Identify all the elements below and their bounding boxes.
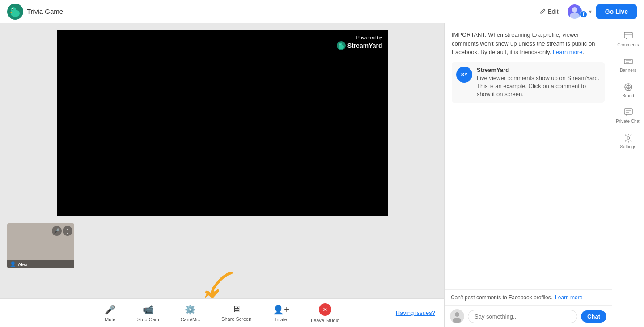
- warning-learn-more-link[interactable]: Learn more: [555, 294, 582, 301]
- microphone-icon: 🎤: [105, 304, 116, 315]
- screen-share-icon: 🖥: [232, 304, 241, 314]
- svg-point-7: [570, 13, 580, 19]
- participants-row: 🎤 ⋮ 👤 Alex: [0, 220, 444, 272]
- leave-icon: ✕: [319, 303, 331, 316]
- settings-label: Settings: [620, 144, 636, 150]
- banners-icon: [623, 57, 633, 67]
- svg-point-42: [455, 312, 459, 317]
- sidebar-item-banners[interactable]: Banners: [612, 53, 644, 77]
- sidebar-item-brand[interactable]: Brand: [612, 79, 644, 102]
- leave-studio-label: Leave Studio: [311, 318, 339, 323]
- stop-cam-label: Stop Cam: [137, 317, 159, 322]
- svg-point-6: [572, 7, 577, 13]
- sidebar-item-private-chat[interactable]: Private Chat: [612, 104, 644, 128]
- comment-content: StreamYard Live viewer comments show up …: [477, 67, 600, 99]
- cam-mic-label: Cam/Mic: [181, 317, 200, 322]
- notice-learn-more-link[interactable]: Learn more: [553, 49, 582, 55]
- participant-mic-icon[interactable]: 🎤: [52, 226, 62, 236]
- edit-label: Edit: [548, 8, 559, 15]
- chat-avatar: [450, 309, 464, 323]
- logo-icon: [7, 4, 23, 20]
- powered-by: Powered by StreamYard: [337, 35, 382, 50]
- comment-author: StreamYard: [477, 67, 600, 73]
- comments-icon: [623, 31, 633, 41]
- right-panel: IMPORTANT: When streaming to a profile, …: [444, 23, 612, 327]
- participant-name: 👤 Alex: [7, 260, 74, 268]
- share-screen-button[interactable]: 🖥 Share Screen: [211, 301, 262, 325]
- camera-icon: 📹: [143, 304, 154, 315]
- main-content: Powered by StreamYard: [0, 23, 644, 327]
- arrow-area: [0, 272, 444, 298]
- sidebar-item-settings[interactable]: Settings: [612, 130, 644, 153]
- private-chat-icon: [623, 108, 633, 117]
- go-live-button[interactable]: Go Live: [596, 4, 637, 19]
- example-comment[interactable]: SY StreamYard Live viewer comments show …: [452, 62, 605, 103]
- user-avatar: [568, 4, 582, 19]
- invite-button[interactable]: 👤+ Invite: [262, 301, 300, 326]
- video-canvas: Powered by StreamYard: [57, 30, 388, 216]
- chat-input-area: Chat: [445, 305, 612, 327]
- sidebar-item-comments[interactable]: Comments: [612, 28, 644, 51]
- leave-studio-button[interactable]: ✕ Leave Studio: [300, 300, 350, 327]
- chat-send-button[interactable]: Chat: [581, 310, 606, 323]
- chat-input[interactable]: [468, 310, 577, 323]
- edit-button[interactable]: Edit: [535, 5, 563, 18]
- powered-by-text: Powered by: [337, 35, 382, 40]
- brand-logo: StreamYard: [337, 41, 382, 50]
- share-screen-label: Share Screen: [221, 316, 251, 322]
- chevron-down-icon: ▾: [589, 8, 592, 15]
- stage-area: Powered by StreamYard: [0, 23, 444, 220]
- participant-thumb: 🎤 ⋮ 👤 Alex: [7, 223, 74, 268]
- participant-menu-btn[interactable]: ⋮: [63, 226, 72, 236]
- svg-rect-44: [624, 32, 632, 38]
- center-area: Powered by StreamYard: [0, 23, 444, 327]
- comments-label: Comments: [617, 42, 639, 48]
- private-chat-label: Private Chat: [616, 119, 640, 124]
- svg-point-43: [453, 318, 461, 323]
- cam-mic-button[interactable]: ⚙️ Cam/Mic: [170, 301, 211, 326]
- warning-text: Can't post comments to Facebook profiles…: [451, 294, 552, 301]
- facebook-badge: f: [580, 11, 587, 18]
- banners-label: Banners: [620, 68, 636, 73]
- comment-avatar: SY: [456, 67, 472, 83]
- svg-rect-47: [624, 59, 632, 64]
- brand-label: Brand: [622, 93, 634, 99]
- logo-area: Trivia Game: [7, 4, 63, 20]
- arrow-annotation: [195, 271, 249, 300]
- comments-area: IMPORTANT: When streaming to a profile, …: [445, 23, 612, 289]
- comment-text: Live viewer comments show up on StreamYa…: [477, 74, 600, 99]
- sidebar-icons: Comments Banners Brand Private Chat Sett…: [612, 23, 644, 327]
- top-nav: Trivia Game Edit f ▾ Go Live: [0, 0, 644, 23]
- invite-icon: 👤+: [273, 304, 289, 315]
- mute-label: Mute: [105, 317, 115, 322]
- svg-rect-54: [624, 109, 632, 114]
- bottom-toolbar: 🎤 Mute 📹 Stop Cam ⚙️ Cam/Mic 🖥 Share Scr…: [0, 298, 444, 327]
- mute-button[interactable]: 🎤 Mute: [94, 301, 127, 326]
- svg-point-12: [339, 44, 340, 45]
- warning-bar: Can't post comments to Facebook profiles…: [445, 289, 612, 305]
- invite-label: Invite: [275, 317, 287, 322]
- notice-text: IMPORTANT: When streaming to a profile, …: [452, 30, 605, 57]
- stop-cam-button[interactable]: 📹 Stop Cam: [127, 301, 170, 326]
- svg-point-58: [627, 137, 630, 139]
- sy-logo-icon: [337, 41, 346, 50]
- participant-name-text: Alex: [18, 262, 27, 267]
- having-issues-link[interactable]: Having issues?: [396, 310, 435, 316]
- avatar-group[interactable]: f ▾: [568, 4, 592, 19]
- app-title: Trivia Game: [27, 8, 63, 15]
- brand-name: StreamYard: [347, 42, 382, 49]
- edit-icon: [539, 8, 546, 15]
- brand-icon: [623, 82, 633, 92]
- settings-gear-icon: [623, 133, 633, 143]
- settings-icon: ⚙️: [185, 304, 196, 315]
- svg-point-4: [12, 9, 13, 10]
